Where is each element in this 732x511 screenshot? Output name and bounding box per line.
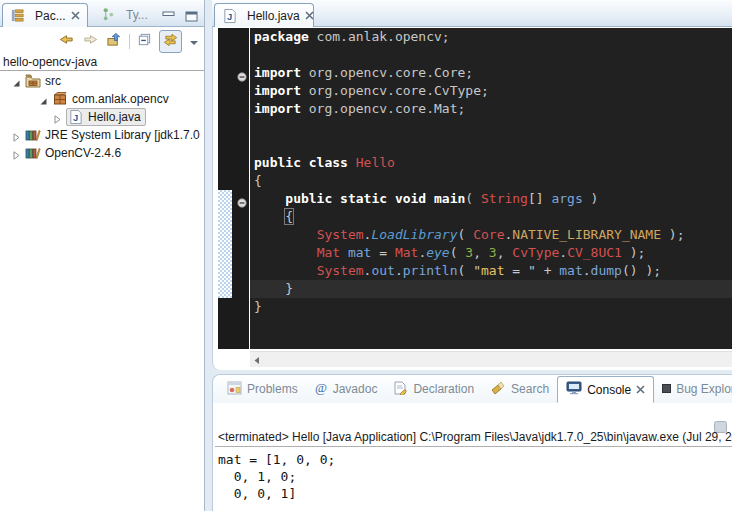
editor-area: J Hello.java package com.anlak.opencv;im… [212,0,732,370]
close-icon[interactable] [305,9,314,23]
console-status: <terminated> Hello [Java Application] C:… [215,427,732,447]
console-output-line: mat = [1, 0, 0; [218,451,335,468]
java-file-icon: J [222,8,238,24]
tab-console[interactable]: Console [557,376,654,403]
tab-bug-explorer[interactable]: Bug Explorer [654,375,732,403]
console-panel: Problems@JavadocDeclarationSearchConsole… [212,374,732,511]
bug-square-icon [662,382,671,396]
code-line-2[interactable] [254,46,732,64]
annotation-ruler[interactable] [218,28,249,349]
toolbar-separator [129,34,130,49]
tab-label: Declaration [413,382,474,396]
code-line-15[interactable]: } [250,280,732,298]
svg-text:J: J [73,113,78,123]
javadoc-icon: @ [314,381,328,398]
library-icon [25,145,41,161]
chevron-collapsed-icon[interactable] [53,113,62,122]
java-file-icon: J [68,109,84,125]
bottom-tabbar: Problems@JavadocDeclarationSearchConsole… [213,375,732,403]
tree-item-label: JRE System Library [jdk1.7.0 [45,128,200,142]
chevron-expanded-icon[interactable] [12,77,21,86]
chevron-expanded-icon[interactable] [39,95,48,104]
code-line-4[interactable]: import org.opencv.core.CvType; [254,82,732,100]
close-icon[interactable] [71,9,80,23]
search-icon [490,381,506,398]
code-line-12[interactable]: System.LoadLibrary( Core.NATIVE_LIBRARY_… [254,226,732,244]
scroll-left-icon[interactable] [253,351,261,369]
tab-javadoc[interactable]: @Javadoc [306,375,386,403]
tab-label: Bug Explorer [676,382,732,396]
maximize-button[interactable] [185,8,198,26]
tab-package-explorer[interactable]: Pac... [2,3,88,27]
back-icon[interactable] [58,32,75,51]
chevron-collapsed-icon[interactable] [12,131,21,140]
tab-hello-java[interactable]: J Hello.java [214,3,314,27]
tree-item-opencv-2-4-6[interactable]: OpenCV-2.4.6 [0,144,204,162]
code-line-11[interactable]: { [254,208,732,226]
code-line-14[interactable]: System.out.println( "mat = " + mat.dump(… [254,262,732,280]
tree-item-src[interactable]: src [0,72,204,90]
minimize-button[interactable] [162,8,175,26]
project-tree: srccom.anlak.opencvJHello.javaJRE System… [0,72,204,162]
code-line-16[interactable]: } [254,298,732,316]
code-line-6[interactable] [254,118,732,136]
tab-label: Search [511,382,549,396]
tab-search[interactable]: Search [482,375,557,403]
tree-item-label: OpenCV-2.4.6 [45,146,121,160]
package-explorer-panel: Pac... Ty... hello-opencv-java srccom.an… [0,0,205,511]
range-indicator [218,190,232,298]
declaration-icon [393,381,408,398]
tab-type-hierarchy[interactable]: Ty... [94,3,155,27]
package-explorer-icon [10,8,26,24]
tree-item-label: com.anlak.opencv [72,92,169,106]
tree-item-com-anlak-opencv[interactable]: com.anlak.opencv [0,90,204,108]
package-explorer-toolbar [58,30,199,53]
console-output: mat = [1, 0, 0; 0, 1, 0; 0, 0, 1] [218,451,335,502]
tree-item-label: Hello.java [88,110,141,124]
tab-label: Javadoc [333,382,378,396]
tab-declaration[interactable]: Declaration [385,375,482,403]
go-up-icon[interactable] [106,32,122,51]
tab-hello-java-label: Hello.java [247,9,300,23]
editor-frame: package com.anlak.opencv;import org.open… [212,27,732,370]
close-icon[interactable] [636,383,645,397]
src-folder-icon [25,73,41,89]
problems-icon [227,381,242,398]
tab-label: Problems [247,382,298,396]
tab-type-hierarchy-label: Ty... [126,8,148,22]
code-line-1[interactable]: package com.anlak.opencv; [254,28,732,46]
tree-item-hello-java[interactable]: JHello.java [0,108,204,126]
package-icon [52,91,68,107]
tree-item-jre-system-library-jdk1-7-0[interactable]: JRE System Library [jdk1.7.0 [0,126,204,144]
link-with-editor-icon[interactable] [159,30,182,53]
code-line-9[interactable]: { [254,172,732,190]
code-line-5[interactable]: import org.opencv.core.Mat; [254,100,732,118]
code-line-3[interactable]: import org.opencv.core.Core; [254,64,732,82]
fold-minus-icon[interactable] [237,194,247,204]
eclipse-workbench: Pac... Ty... hello-opencv-java srccom.an… [0,0,732,511]
tab-label: Console [587,383,631,397]
console-icon [566,381,582,398]
collapse-all-icon[interactable] [137,32,152,51]
tab-package-explorer-label: Pac... [35,9,66,23]
code-line-7[interactable] [254,136,732,154]
forward-icon[interactable] [82,32,99,51]
tab-problems[interactable]: Problems [219,375,306,403]
horizontal-scrollbar[interactable] [250,351,732,367]
code-line-10[interactable]: public static void main( String[] args ) [254,190,732,208]
project-root-label[interactable]: hello-opencv-java [3,55,97,69]
code-line-8[interactable]: public class Hello [254,154,732,172]
fold-minus-icon[interactable] [237,68,247,78]
chevron-collapsed-icon[interactable] [12,149,21,158]
library-icon [25,127,41,143]
view-menu-icon[interactable] [189,33,199,51]
tree-item-label: src [45,74,61,88]
code-editor[interactable]: package com.anlak.opencv;import org.open… [250,28,732,349]
project-root-divider [0,70,204,71]
code-line-13[interactable]: Mat mat = Mat.eye( 3, 3, CvType.CV_8UC1 … [254,244,732,262]
type-hierarchy-icon [101,7,117,23]
console-output-line: 0, 0, 1] [218,485,335,502]
console-output-line: 0, 1, 0; [218,468,335,485]
svg-text:@: @ [315,381,327,395]
selected-item-box[interactable]: JHello.java [66,108,146,126]
